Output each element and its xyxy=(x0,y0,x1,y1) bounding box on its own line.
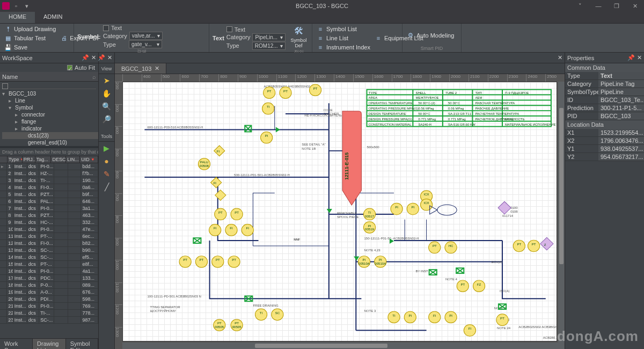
property-row[interactable]: Prediction300-211-P1-5... xyxy=(565,104,644,112)
grid-header[interactable]: PRJ...🔻 xyxy=(23,156,35,163)
table-row[interactable]: 8Inst...dcsPZT...463... xyxy=(0,212,98,219)
table-row[interactable]: 16Inst...dcsPI-0...4a1... xyxy=(0,268,98,275)
property-row[interactable]: PIDBGCC_103 xyxy=(565,112,644,120)
tree-node[interactable]: ▸indicator xyxy=(2,125,98,132)
table-row[interactable]: 14Inst...dcsSC-...ef5... xyxy=(0,254,98,261)
tab-admin[interactable]: ADMIN xyxy=(35,12,71,23)
symbol-category-combo[interactable]: Categoryvalve,ar...▾ xyxy=(103,32,163,40)
tree-node[interactable]: ▾Symbol xyxy=(2,104,98,111)
table-row[interactable]: 21Inst...dcsPI-0...769... xyxy=(0,303,98,310)
tree-node[interactable]: ▸connector xyxy=(2,111,98,118)
pin-icon[interactable]: 📌 xyxy=(82,54,89,61)
pipeline-text-check[interactable]: Text xyxy=(226,26,286,33)
line-tool[interactable]: ╱ xyxy=(99,180,114,193)
close-button[interactable]: ✕ xyxy=(626,0,644,12)
document-tab[interactable]: BGCC_103✕ xyxy=(115,63,166,74)
tab-home[interactable]: HOME xyxy=(0,12,35,23)
close-icon[interactable]: ✕ xyxy=(107,54,112,61)
workspace-bottom-tab[interactable]: Work Space xyxy=(0,339,33,349)
filter-check[interactable] xyxy=(2,83,8,89)
table-row[interactable]: 18Inst...dcsP-0...089... xyxy=(0,282,98,289)
property-row[interactable]: CategoryPipeLine Tag xyxy=(565,80,644,88)
ribbon-collapse-icon[interactable]: ˅ xyxy=(571,0,589,12)
property-row[interactable]: SymbolTypePipeLine xyxy=(565,88,644,96)
symbol-type-combo[interactable]: Typegate_v...▾ xyxy=(103,40,163,48)
marker-tool[interactable]: ● xyxy=(99,155,114,168)
tabular-test-button[interactable]: ▦Tabular Test xyxy=(3,34,57,42)
filter-input[interactable] xyxy=(10,83,96,89)
tree-node[interactable]: dcs1(23) xyxy=(2,132,98,139)
name-column-header[interactable]: Name xyxy=(2,74,18,80)
table-row[interactable]: 23Inst...dcsSC-...987... xyxy=(0,317,98,324)
table-row[interactable]: 10Inst...dcsPI-0...47e... xyxy=(0,226,98,233)
symbol-def-button[interactable]: 🛠SymbolDef xyxy=(289,25,309,49)
upload-drawing-button[interactable]: ⭱Upload Drawing xyxy=(3,25,57,33)
tree-node[interactable]: ▸Line xyxy=(2,97,98,104)
pin-icon[interactable]: 📌 xyxy=(98,54,105,61)
qat-down-icon[interactable]: ▾ xyxy=(23,2,31,10)
minimize-button[interactable]: — xyxy=(589,0,608,12)
table-row[interactable]: 11Inst...dcsPT-...6ec... xyxy=(0,233,98,240)
auto-modeling-button[interactable]: ⚙Auto Modeling xyxy=(406,25,455,46)
workspace-bottom-tab[interactable]: Drawing List xyxy=(33,339,66,349)
tree-node[interactable]: ▸flange xyxy=(2,118,98,125)
symbol-list-button[interactable]: ≡Symbol List xyxy=(316,25,371,33)
instrument-index-button[interactable]: ≡Instrument Index xyxy=(316,43,371,52)
pointer-tool[interactable]: ➤ xyxy=(99,74,114,87)
close-icon[interactable]: ✕ xyxy=(91,54,96,61)
grid-header[interactable]: DESC🔻 xyxy=(51,156,66,163)
table-row[interactable]: 9Inst...dcsHC-...332... xyxy=(0,219,98,226)
scrollbar-vertical[interactable] xyxy=(558,82,565,343)
table-row[interactable]: 5Inst...dcsPZT...b9f... xyxy=(0,191,98,198)
zoom-in-tool[interactable]: 🔍 xyxy=(99,100,114,113)
table-row[interactable]: ▸1Inst...dcsPI-0...bdd... xyxy=(0,163,98,170)
maximize-button[interactable]: ❐ xyxy=(608,0,626,12)
table-row[interactable]: 22Inst...dcsTI-...778... xyxy=(0,310,98,317)
property-row[interactable]: X21796.0063476... xyxy=(565,137,644,145)
pipeline-type-combo[interactable]: TypeROM12...▾ xyxy=(226,42,286,50)
zoom-out-tool[interactable]: 🔎 xyxy=(99,113,114,126)
tree-node[interactable]: ▾BGCC_103 xyxy=(2,90,98,97)
table-row[interactable]: 12Inst...dcsFI-0...b82... xyxy=(0,240,98,247)
table-row[interactable]: 13Inst...dcsSC-...b90... xyxy=(0,247,98,254)
close-icon[interactable]: ✕ xyxy=(155,65,159,72)
drawing-canvas[interactable]: 600-12111-P03-510 ACB3B0SSN02-H 500-1211… xyxy=(122,82,557,341)
table-row[interactable]: 3Inst...dcsTI-...190... xyxy=(0,177,98,184)
table-row[interactable]: 7Inst...dcsPI-0...3a1... xyxy=(0,205,98,212)
table-row[interactable]: 15Inst...dcsPT-...e8f... xyxy=(0,261,98,268)
table-row[interactable]: 6Inst...dcsPAL...646... xyxy=(0,198,98,205)
property-row[interactable]: X11523.2199554... xyxy=(565,129,644,137)
pipeline-category-combo[interactable]: CategoryPipeLin...▾ xyxy=(226,33,286,41)
property-row[interactable]: Y1938.04925537... xyxy=(565,145,644,153)
tag-tool[interactable]: ✎ xyxy=(99,168,114,180)
props-cat-common[interactable]: Common Data xyxy=(565,63,644,72)
grid-header[interactable]: UID🔻 xyxy=(80,156,98,163)
props-cat-location[interactable]: Location Data xyxy=(565,120,644,129)
pan-tool[interactable]: ✋ xyxy=(99,87,114,100)
table-row[interactable]: 17Inst...dcsPDC...133... xyxy=(0,275,98,282)
tree-node[interactable]: general_esd(10) xyxy=(2,139,98,146)
grid-header[interactable]: Tag...🔻 xyxy=(35,156,52,163)
close-icon[interactable]: ✕ xyxy=(558,54,562,61)
save-button[interactable]: 💾Save xyxy=(3,43,57,52)
auto-fit-check[interactable]: ✓Auto Fit xyxy=(0,63,98,72)
property-row[interactable]: TypeText xyxy=(565,72,644,80)
table-row[interactable]: 19Inst...dcsA-0...676... xyxy=(0,289,98,296)
property-row[interactable]: Y2954.05673217... xyxy=(565,153,644,161)
grid-header[interactable]: LIN...🔻 xyxy=(66,156,80,163)
grid-header[interactable]: Type🔻 xyxy=(8,156,23,163)
pin-icon[interactable]: 📌 xyxy=(627,54,635,61)
run-tool[interactable]: ▶ xyxy=(99,142,114,155)
table-row[interactable]: 4Inst...dcsFI-0...0a6... xyxy=(0,184,98,191)
qat-new-icon[interactable]: ▫ xyxy=(12,2,20,10)
table-row[interactable]: 20Inst...dcsPDI...598... xyxy=(0,296,98,303)
svg-text:TUBE 2: TUBE 2 xyxy=(445,91,457,94)
symbol-text-check[interactable]: Text xyxy=(103,25,163,31)
close-icon[interactable]: ✕ xyxy=(637,54,642,61)
line-list-button[interactable]: ≡Line List xyxy=(316,34,371,42)
workspace-bottom-tab[interactable]: Symbol Edit xyxy=(66,339,98,349)
property-row[interactable]: IDBGCC_103_Te... xyxy=(565,96,644,104)
table-row[interactable]: 2Inst...dcsHZ-...f7b... xyxy=(0,170,98,177)
grid-header[interactable] xyxy=(0,156,8,163)
scrollbar-horizontal[interactable] xyxy=(122,343,565,349)
